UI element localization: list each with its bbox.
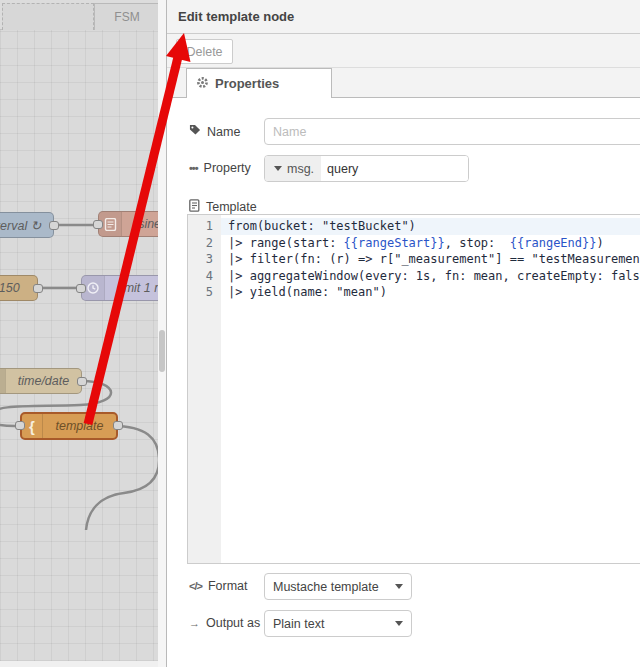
node-port[interactable] — [49, 221, 59, 230]
tray-tabbar: Properties — [167, 68, 640, 98]
caret-down-icon — [274, 166, 282, 171]
node-label: time/date — [6, 374, 81, 388]
page: interval ↻ sineW s-150 limit 1 ms f tim — [0, 0, 640, 667]
node-sinewave[interactable]: sineW — [98, 211, 166, 237]
property-typed-input: msg. — [264, 155, 469, 182]
template-label: Template — [189, 199, 257, 215]
node-limit[interactable]: limit 1 ms — [81, 275, 166, 301]
gear-icon — [196, 76, 209, 92]
tray-title: Edit template node — [167, 0, 640, 34]
code-line: |> aggregateWindow(every: 1s, fn: mean, … — [228, 268, 640, 285]
node-port[interactable] — [76, 284, 86, 293]
node-template-selected[interactable]: { template — [20, 412, 118, 440]
code-gutter: 12345 — [188, 215, 221, 563]
node-label: limit 1 ms — [105, 281, 166, 295]
line-number: 1 — [188, 218, 213, 235]
node-label: s-150 — [0, 281, 37, 295]
line-number: 5 — [188, 284, 213, 301]
tab-properties[interactable]: Properties — [186, 68, 332, 98]
code-lines: from(bucket: "testBucket")|> range(start… — [221, 215, 640, 563]
node-port[interactable] — [93, 220, 103, 229]
tray-body: Name ••• Property msg. Template — [167, 98, 640, 666]
tag-icon — [189, 124, 201, 139]
delete-button[interactable]: Delete — [176, 39, 233, 64]
code-line: from(bucket: "testBucket") — [221, 218, 640, 235]
canvas-grid — [0, 30, 158, 661]
format-select[interactable]: Mustache template — [264, 573, 412, 600]
code-line: |> yield(name: "mean") — [228, 284, 640, 301]
scrollbar-thumb[interactable] — [159, 330, 165, 372]
line-number: 3 — [188, 251, 213, 268]
node-port[interactable] — [33, 284, 43, 293]
chevron-down-icon — [395, 584, 403, 589]
node-port[interactable] — [113, 421, 123, 430]
property-value-input[interactable] — [321, 156, 468, 181]
template-code-editor[interactable]: 12345 from(bucket: "testBucket")|> range… — [187, 214, 640, 564]
edit-tray: Edit template node Delete Properties Nam… — [166, 0, 640, 667]
code-line: |> range(start: {{rangeStart}}, stop: {{… — [228, 235, 640, 252]
node-port[interactable] — [77, 377, 87, 386]
chevron-down-icon — [395, 621, 403, 626]
name-input[interactable] — [264, 118, 640, 145]
workspace-tab-empty[interactable] — [2, 3, 94, 30]
line-number: 2 — [188, 235, 213, 252]
node-timedate[interactable]: f time/date — [0, 368, 82, 394]
arrow-right-icon: → — [189, 617, 200, 629]
workspace-tab-fsm[interactable]: FSM — [94, 3, 160, 30]
canvas-vertical-scrollbar[interactable] — [158, 0, 166, 667]
brace-icon: { — [22, 418, 42, 435]
line-number: 4 — [188, 268, 213, 285]
output-as-label: → Output as — [189, 616, 260, 630]
code-brackets-icon: </> — [189, 580, 202, 592]
name-label: Name — [189, 124, 240, 139]
property-type-dropdown[interactable]: msg. — [265, 156, 321, 181]
node-interval[interactable]: interval ↻ — [0, 212, 54, 238]
output-as-select[interactable]: Plain text — [264, 610, 412, 637]
ellipsis-icon: ••• — [189, 162, 198, 174]
tray-toolbar: Delete — [167, 34, 640, 68]
flow-canvas[interactable]: interval ↻ sineW s-150 limit 1 ms f tim — [0, 0, 166, 667]
format-label: </> Format — [189, 579, 248, 593]
property-label: ••• Property — [189, 161, 251, 175]
node-port[interactable] — [15, 421, 25, 430]
node-label: template — [43, 419, 116, 433]
node-label: interval ↻ — [0, 218, 53, 233]
code-line: |> filter(fn: (r) => r["_measurement"] =… — [228, 251, 640, 268]
canvas-horizontal-scrollbar[interactable] — [0, 661, 158, 667]
document-icon — [189, 199, 200, 215]
workspace-tabbar: FSM — [0, 0, 166, 30]
